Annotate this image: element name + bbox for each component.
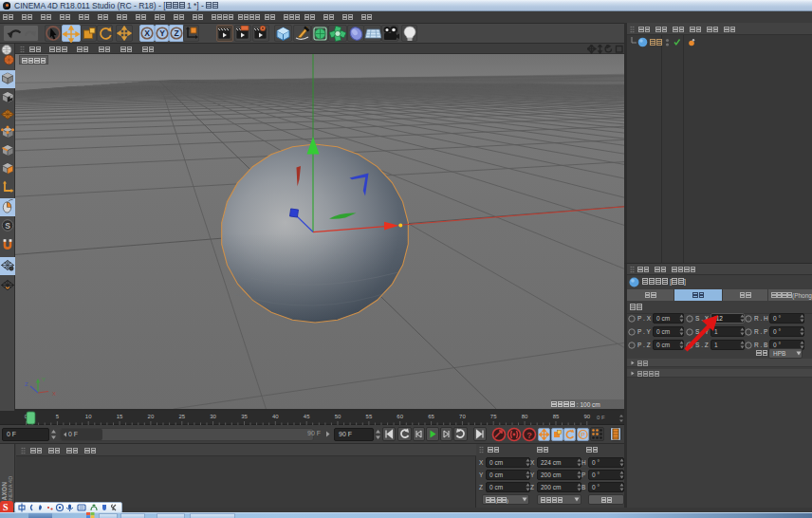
svg-text:Z: Z [174,28,178,38]
svg-text:S: S [5,221,10,231]
svg-text:85: 85 [553,414,560,419]
svg-text:75: 75 [490,414,497,419]
svg-text:?: ? [526,431,532,440]
svg-text:45: 45 [304,414,310,419]
svg-text:0 F: 0 F [597,415,605,420]
svg-text:55: 55 [366,414,373,419]
svg-text:X: X [144,28,150,38]
svg-text:15: 15 [117,414,123,419]
svg-text:40: 40 [272,414,279,419]
svg-text:20: 20 [148,414,155,419]
svg-text:Z: Z [25,381,28,387]
svg-text:30: 30 [210,414,216,419]
svg-text:50: 50 [335,414,341,419]
svg-text:10: 10 [85,414,92,419]
svg-text:70: 70 [459,414,466,419]
svg-text:5: 5 [56,414,60,419]
svg-text:80: 80 [522,414,528,419]
svg-text:P: P [581,431,585,437]
svg-text:Y: Y [42,377,46,382]
svg-text:Y: Y [159,28,165,38]
svg-text:90: 90 [583,414,590,419]
svg-text:60: 60 [397,414,403,419]
svg-text:X: X [52,391,56,397]
svg-text:25: 25 [178,414,185,419]
svg-text:65: 65 [428,414,434,419]
svg-text:35: 35 [241,414,248,419]
